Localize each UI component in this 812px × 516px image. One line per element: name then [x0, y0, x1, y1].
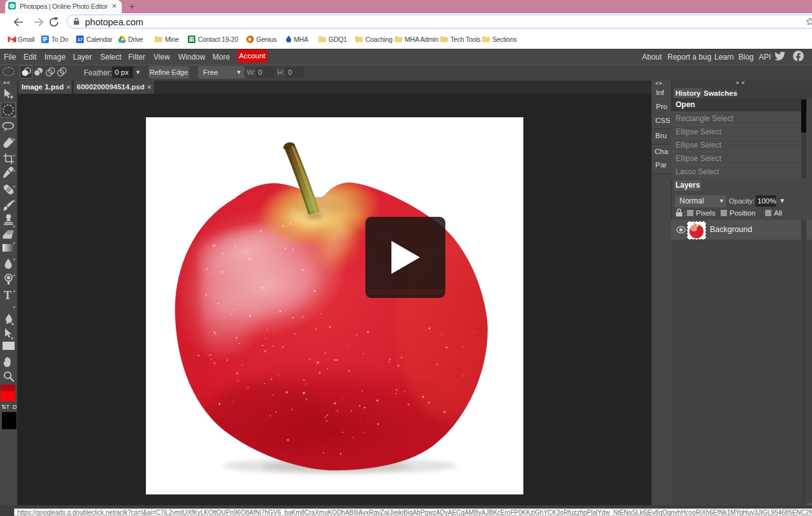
svg-text:T: T	[4, 289, 11, 302]
svg-text:17: 17	[77, 37, 82, 42]
svg-text:5: 5	[12, 39, 15, 42]
